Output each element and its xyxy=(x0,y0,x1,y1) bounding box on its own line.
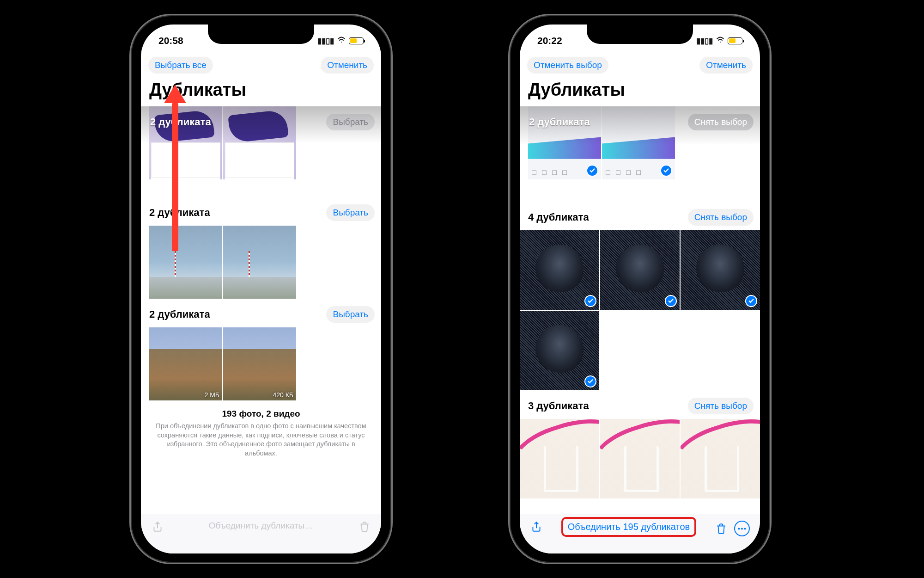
group-header: 4 дубликата Снять выбор xyxy=(520,203,760,230)
duplicate-grid: 2 МБ 420 КБ xyxy=(149,327,381,402)
select-group-button[interactable]: Выбрать xyxy=(326,204,375,221)
summary-footer: 193 фото, 2 видео При объединении дублик… xyxy=(141,402,381,463)
page-title: Дубликаты xyxy=(520,76,760,106)
item-count: 193 фото, 2 видео xyxy=(152,409,370,419)
status-icons: ▮▮▯▮ xyxy=(317,36,364,46)
svg-point-1 xyxy=(741,528,743,529)
photo-thumbnail[interactable]: 1,7 МБ xyxy=(223,226,296,299)
photo-thumbnail[interactable] xyxy=(681,419,760,498)
merge-description: При объединении дубликатов в одно фото с… xyxy=(152,422,370,458)
merge-button[interactable]: Объединить 195 дубликатов xyxy=(568,522,690,532)
battery-icon xyxy=(728,37,742,44)
phone-mockup-right: 20:22 ▮▮▯▮ Отменить выбор Отменить Дубли… xyxy=(508,14,772,564)
group-title: 3 дубликата xyxy=(528,400,589,412)
clock: 20:22 xyxy=(537,35,562,46)
phone-mockup-left: 20:58 ▮▮▯▮ Выбрать все Отменить Дубликат… xyxy=(129,14,393,564)
wifi-icon xyxy=(716,36,725,45)
duplicate-group-hero: 2 дубликата Снять выбор xyxy=(520,106,760,203)
screen: 20:22 ▮▮▯▮ Отменить выбор Отменить Дубли… xyxy=(520,25,760,553)
select-all-button[interactable]: Выбрать все xyxy=(148,57,213,74)
svg-point-0 xyxy=(738,528,740,529)
photo-thumbnail[interactable] xyxy=(520,230,599,310)
checkmark-icon xyxy=(745,295,757,307)
group-header: 3 дубликата Снять выбор xyxy=(520,392,760,419)
notch xyxy=(587,25,693,44)
cancel-button[interactable]: Отменить xyxy=(321,57,374,74)
duplicate-grid xyxy=(520,419,760,500)
photo-thumbnail[interactable]: 420 КБ xyxy=(223,327,296,400)
share-icon xyxy=(151,521,164,533)
more-icon[interactable] xyxy=(734,521,750,536)
svg-point-2 xyxy=(744,528,746,529)
trash-icon xyxy=(358,521,371,533)
cancel-button[interactable]: Отменить xyxy=(699,57,753,74)
photo-thumbnail[interactable] xyxy=(600,230,680,310)
deselect-group-button[interactable]: Снять выбор xyxy=(688,209,754,226)
select-group-button[interactable]: Выбрать xyxy=(326,306,375,323)
annotation-highlight-box: Объединить 195 дубликатов xyxy=(561,517,697,537)
duplicate-grid: 1,7 МБ 1,7 МБ xyxy=(149,226,381,301)
photo-thumbnail[interactable]: 2 МБ xyxy=(149,327,222,400)
deselect-group-button[interactable]: Снять выбор xyxy=(688,398,754,414)
group-title: 4 дубликата xyxy=(528,211,589,223)
trash-icon[interactable] xyxy=(715,523,728,535)
merge-button: Объединить дубликаты… xyxy=(209,521,314,531)
nav-bar: Выбрать все Отменить xyxy=(141,52,381,76)
wifi-icon xyxy=(337,36,346,45)
status-icons: ▮▮▯▮ xyxy=(696,36,742,46)
checkmark-icon xyxy=(665,295,677,307)
deselect-group-button[interactable]: Снять выбор xyxy=(688,114,754,130)
group-title: 2 дубликата xyxy=(529,116,590,128)
group-title: 2 дубликата xyxy=(149,308,210,320)
deselect-button[interactable]: Отменить выбор xyxy=(527,57,608,74)
photo-thumbnail[interactable]: 1,7 МБ xyxy=(149,226,222,299)
clock: 20:58 xyxy=(158,35,183,46)
checkmark-icon xyxy=(584,375,596,387)
duplicate-grid xyxy=(520,230,760,392)
group-header: 2 дубликата Выбрать xyxy=(141,301,381,327)
cellular-icon: ▮▮▯▮ xyxy=(696,36,713,46)
select-group-button[interactable]: Выбрать xyxy=(326,114,375,130)
notch xyxy=(208,25,314,44)
share-icon[interactable] xyxy=(530,521,543,533)
checkmark-icon xyxy=(584,295,596,307)
annotation-arrow-up xyxy=(170,85,181,251)
bottom-toolbar: Объединить 195 дубликатов xyxy=(520,514,760,553)
nav-bar: Отменить выбор Отменить xyxy=(520,52,760,76)
photo-thumbnail[interactable] xyxy=(681,230,760,310)
photo-thumbnail[interactable] xyxy=(520,311,599,390)
photo-thumbnail[interactable] xyxy=(600,419,680,498)
bottom-toolbar: Объединить дубликаты… xyxy=(141,514,381,553)
photo-thumbnail[interactable] xyxy=(520,419,599,498)
cellular-icon: ▮▮▯▮ xyxy=(317,36,334,46)
battery-icon xyxy=(349,37,364,44)
